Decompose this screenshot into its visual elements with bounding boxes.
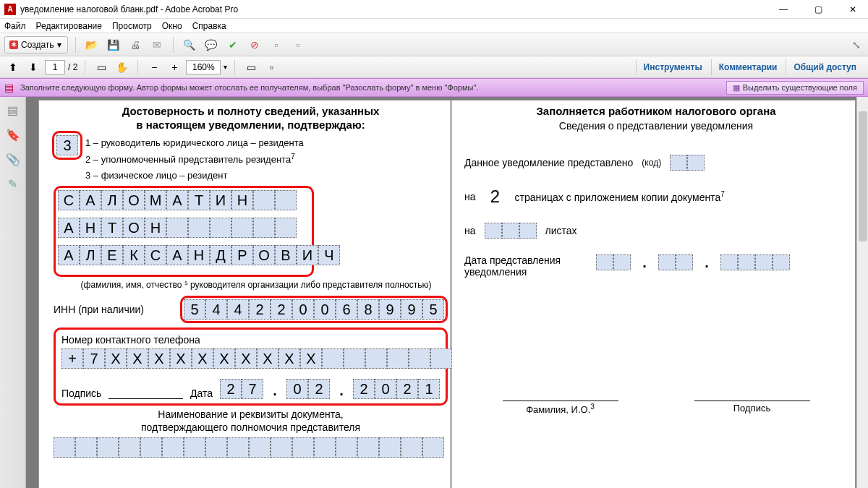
menu-window[interactable]: Окно bbox=[162, 21, 182, 31]
open-icon[interactable]: 📂 bbox=[83, 38, 101, 51]
hand-tool-icon[interactable]: ✋ bbox=[113, 61, 130, 74]
menubar: Файл Редактирование Просмотр Окно Справк… bbox=[0, 19, 868, 33]
search-icon[interactable]: 🔍 bbox=[181, 38, 198, 51]
main-toolbar: ✶ Создать ▾ 📂 💾 🖨 ✉ 🔍 💬 ✔ ⊘ ▫ ▫ ⤡ bbox=[0, 33, 868, 56]
maximize-button[interactable]: ▢ bbox=[807, 4, 829, 14]
page-total: / 2 bbox=[68, 62, 77, 72]
doc-caption-2: подтверждающего полномочия представителя bbox=[54, 421, 448, 433]
menu-file[interactable]: Файл bbox=[4, 21, 26, 31]
phone-sign-highlight: Номер контактного телефона +7XXXXXXXXXX … bbox=[54, 328, 448, 406]
menu-view[interactable]: Просмотр bbox=[112, 21, 152, 31]
page2-icon[interactable]: ▫ bbox=[289, 38, 307, 51]
zoom-out-icon[interactable]: − bbox=[145, 61, 163, 74]
workspace: ▤ 🔖 📎 ✎ Достоверность и полноту сведений… bbox=[0, 97, 868, 488]
save-icon[interactable]: 💾 bbox=[105, 38, 122, 51]
right-column: Заполняется работником налогового органа… bbox=[451, 100, 855, 488]
rdate-y[interactable] bbox=[720, 254, 790, 270]
menu-help[interactable]: Справка bbox=[192, 21, 226, 31]
comments-panel-link[interactable]: Комментарии bbox=[711, 59, 785, 75]
sign-label: Подпись bbox=[61, 388, 101, 399]
fit-icon[interactable]: ▭ bbox=[242, 61, 260, 74]
plus-icon: ✶ bbox=[9, 40, 18, 49]
name-caption: (фамилия, имя, отчество ⁵ руководителя о… bbox=[54, 280, 459, 290]
thumbnails-icon[interactable]: ▤ bbox=[6, 103, 20, 117]
fit2-icon[interactable]: ▫ bbox=[263, 61, 280, 74]
legend-2: 2 – уполномоченный представитель резиден… bbox=[85, 152, 448, 166]
presented-code-cells[interactable] bbox=[670, 155, 705, 171]
delete-icon[interactable]: ⊘ bbox=[246, 38, 263, 51]
right-header: Заполняется работником налогового органа bbox=[464, 105, 848, 119]
declarant-code-cell[interactable]: 3 bbox=[56, 135, 78, 155]
signature-line[interactable] bbox=[109, 386, 183, 399]
checkmark-icon[interactable]: ✔ bbox=[224, 38, 242, 51]
code-sublabel: (код) bbox=[642, 158, 661, 168]
legend-1: 1 – руководитель юридического лица – рез… bbox=[85, 137, 448, 150]
signatures-icon[interactable]: ✎ bbox=[6, 176, 20, 191]
phone-cells[interactable]: +7XXXXXXXXXX bbox=[61, 348, 452, 369]
create-button[interactable]: ✶ Создать ▾ bbox=[4, 36, 68, 53]
doc-name-cells[interactable] bbox=[54, 437, 444, 458]
page-icon[interactable]: ▫ bbox=[268, 38, 285, 51]
on-label-2: на bbox=[464, 225, 476, 236]
highlight-fields-button[interactable]: ▦ Выделить существующие поля bbox=[726, 81, 864, 95]
highlight-label: Выделить существующие поля bbox=[743, 83, 857, 92]
date-year-cells[interactable]: 2021 bbox=[353, 379, 440, 399]
close-button[interactable]: ✕ bbox=[842, 4, 864, 14]
date-dot2: . bbox=[337, 382, 346, 399]
comment-icon[interactable]: 💬 bbox=[203, 38, 220, 51]
share-panel-link[interactable]: Общий доступ bbox=[786, 59, 864, 75]
left-header-1: Достоверность и полноту сведений, указан… bbox=[54, 105, 448, 119]
bookmarks-icon[interactable]: 🔖 bbox=[6, 127, 20, 142]
sheets-row: на листах bbox=[464, 223, 848, 239]
select-tool-icon[interactable]: ▭ bbox=[93, 61, 110, 74]
email-icon[interactable]: ✉ bbox=[148, 38, 166, 51]
scrollbar-thumb[interactable] bbox=[859, 111, 867, 241]
zoom-input[interactable]: 160% bbox=[186, 60, 221, 74]
sheets-after: листах bbox=[545, 225, 577, 236]
print-icon[interactable]: 🖨 bbox=[127, 38, 144, 51]
pages-value: 2 bbox=[485, 187, 506, 207]
inn-row: ИНН (при наличии) 544220068995 bbox=[54, 296, 448, 323]
page-up-icon[interactable]: ⬆ bbox=[4, 61, 22, 74]
name-row-3[interactable]: АЛЕКСАНДРОВИЧ bbox=[58, 245, 340, 265]
zoom-in-icon[interactable]: + bbox=[166, 61, 183, 74]
menu-edit[interactable]: Редактирование bbox=[36, 21, 102, 31]
nav-toolbar: ⬆ ⬇ 1 / 2 ▭ ✋ − + 160% ▾ ▭ ▫ Инструменты… bbox=[0, 56, 868, 78]
inn-highlight: 544220068995 bbox=[180, 296, 448, 323]
declarant-code-highlight: 3 bbox=[52, 131, 82, 160]
name-row-2[interactable]: АНТОН bbox=[58, 218, 297, 238]
presented-row: Данное уведомление представлено (код) bbox=[464, 155, 848, 171]
sheets-cells[interactable] bbox=[485, 223, 537, 239]
name-row-1[interactable]: САЛОМАТИН bbox=[58, 190, 297, 210]
submit-date-row: Дата представления уведомления . . bbox=[464, 254, 848, 278]
doc-caption-1: Наименование и реквизиты документа, bbox=[54, 408, 448, 420]
rdate-m[interactable] bbox=[658, 254, 693, 270]
page-number-input[interactable]: 1 bbox=[45, 60, 65, 74]
date-month-cells[interactable]: 02 bbox=[286, 379, 330, 399]
app-icon: A bbox=[4, 4, 16, 15]
page-down-icon[interactable]: ⬇ bbox=[25, 61, 42, 74]
form-message-bar: ▤ Заполните следующую форму. Автор формы… bbox=[0, 78, 868, 97]
presented-label: Данное уведомление представлено bbox=[464, 157, 633, 168]
inn-label: ИНН (при наличии) bbox=[54, 304, 174, 315]
inn-cells[interactable]: 544220068995 bbox=[184, 299, 444, 320]
sign-line[interactable]: Подпись bbox=[694, 401, 810, 415]
phone-label: Номер контактного телефона bbox=[61, 334, 440, 346]
titlebar: A уведомление налоговой бланк.pdf - Adob… bbox=[0, 0, 868, 19]
page-viewport[interactable]: Достоверность и полноту сведений, указан… bbox=[26, 97, 868, 488]
attachments-icon[interactable]: 📎 bbox=[6, 152, 20, 166]
window-title: уведомление налоговой бланк.pdf - Adobe … bbox=[20, 4, 238, 14]
submit-date-label-2: уведомления bbox=[464, 266, 587, 278]
fio-line[interactable]: Фамилия, И.О.3 bbox=[503, 401, 618, 415]
minimize-button[interactable]: — bbox=[773, 4, 794, 14]
date-day-cells[interactable]: 27 bbox=[220, 379, 263, 399]
pdf-page: Достоверность и полноту сведений, указан… bbox=[38, 100, 856, 488]
zoom-dropdown-icon[interactable]: ▾ bbox=[224, 63, 227, 71]
right-sub: Сведения о представлении уведомления bbox=[464, 120, 848, 132]
nav-sidebar: ▤ 🔖 📎 ✎ bbox=[0, 97, 26, 488]
vertical-scrollbar[interactable] bbox=[856, 97, 868, 488]
left-header-2: в настоящем уведомлении, подтверждаю: bbox=[54, 119, 448, 132]
rdate-d[interactable] bbox=[596, 254, 631, 270]
tools-panel-link[interactable]: Инструменты bbox=[636, 59, 710, 75]
expand-icon[interactable]: ⤡ bbox=[849, 39, 864, 51]
